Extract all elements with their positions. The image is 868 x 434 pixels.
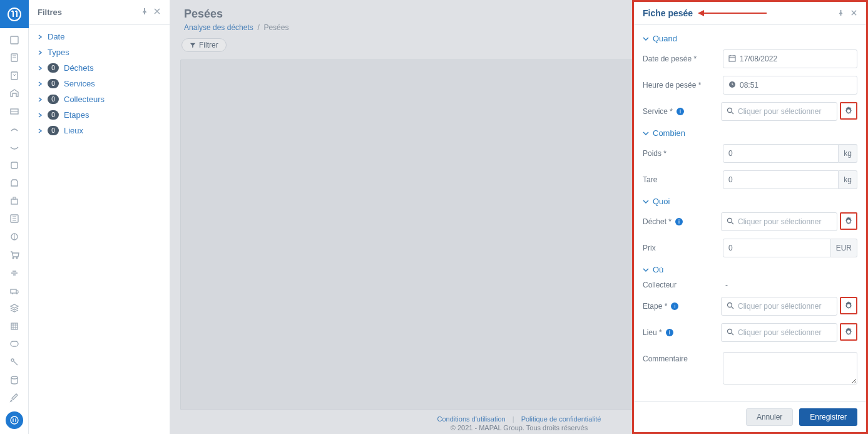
section-quand[interactable]: Quand	[643, 30, 857, 46]
poids-unit: kg	[839, 144, 857, 163]
info-icon[interactable]: i	[671, 302, 678, 310]
nav-item-19[interactable]	[0, 353, 29, 371]
svg-point-28	[11, 359, 14, 361]
heure-input[interactable]	[723, 76, 857, 95]
tare-input[interactable]	[723, 170, 839, 189]
poids-input[interactable]	[723, 144, 839, 163]
nav-item-16[interactable]	[0, 299, 29, 318]
section-quoi[interactable]: Quoi	[643, 193, 857, 209]
cancel-button[interactable]: Annuler	[746, 408, 793, 426]
collecteur-label: Collecteur	[643, 281, 723, 289]
nav-item-8[interactable]	[0, 156, 29, 174]
filter-item-lieux[interactable]: 0Lieux	[29, 123, 170, 138]
svg-point-17	[12, 257, 14, 259]
panel-close-icon[interactable]	[850, 9, 857, 18]
panel-pin-icon[interactable]	[837, 9, 844, 18]
prix-field[interactable]	[728, 244, 825, 252]
etape-field[interactable]	[738, 302, 832, 311]
nav-item-9[interactable]	[0, 174, 29, 192]
chevron-down-icon	[643, 36, 649, 42]
section-ou[interactable]: Où	[643, 261, 857, 277]
save-button[interactable]: Enregistrer	[799, 408, 857, 426]
side-panel-title: Fiche pesée	[643, 8, 693, 18]
nav-item-21[interactable]	[0, 389, 29, 407]
nav-item-6[interactable]	[0, 120, 29, 138]
lieu-label: Lieu * i	[643, 328, 721, 337]
side-panel-header: Fiche pesée	[634, 2, 866, 25]
comment-label: Commentaire	[643, 352, 723, 363]
svg-point-38	[728, 218, 732, 222]
comment-field[interactable]	[723, 352, 857, 385]
service-field[interactable]	[738, 107, 832, 116]
side-panel: Fiche pesée Quand Date de pesée *	[632, 0, 868, 434]
info-icon[interactable]: i	[666, 329, 673, 336]
dechet-gear-button[interactable]	[840, 212, 857, 230]
lieu-input[interactable]	[721, 323, 837, 342]
nav-item-15[interactable]	[0, 281, 29, 299]
svg-rect-1	[11, 36, 18, 44]
footer-privacy[interactable]: Politique de confidentialité	[521, 415, 601, 423]
svg-rect-27	[11, 341, 18, 346]
nav-item-20[interactable]	[0, 371, 29, 389]
close-icon[interactable]	[153, 8, 161, 17]
filter-item-collecteurs[interactable]: 0Collecteurs	[29, 91, 170, 107]
poids-field[interactable]	[728, 149, 833, 158]
svg-point-42	[728, 329, 732, 333]
heure-field[interactable]	[740, 81, 852, 90]
tare-unit: kg	[839, 170, 857, 189]
nav-item-11[interactable]	[0, 210, 29, 228]
lieu-field[interactable]	[738, 328, 832, 337]
service-gear-button[interactable]	[840, 102, 857, 120]
svg-rect-8	[11, 162, 18, 168]
nav-item-4[interactable]	[0, 85, 29, 103]
nav-item-7[interactable]	[0, 138, 29, 157]
nav-item-1[interactable]	[0, 31, 29, 49]
nav-item-13[interactable]	[0, 245, 29, 264]
nav-bottom-logo[interactable]	[6, 411, 23, 429]
nav-item-18[interactable]	[0, 335, 29, 353]
dechet-label: Déchet * i	[643, 217, 721, 226]
info-icon[interactable]: i	[677, 108, 684, 115]
etape-input[interactable]	[721, 297, 837, 316]
nav-item-17[interactable]	[0, 318, 29, 336]
nav-item-3[interactable]	[0, 66, 29, 85]
filter-item-etapes[interactable]: 0Etapes	[29, 107, 170, 123]
date-field[interactable]	[740, 54, 852, 63]
lieu-gear-button[interactable]	[840, 323, 857, 341]
svg-point-0	[8, 8, 21, 21]
filter-item-date[interactable]: Date	[29, 29, 170, 44]
search-icon	[727, 328, 734, 338]
filter-badge: 0	[48, 95, 59, 104]
nav-item-10[interactable]	[0, 192, 29, 210]
filter-button[interactable]: Filtrer	[181, 38, 227, 52]
dechet-field[interactable]	[738, 217, 832, 226]
chevron-down-icon	[643, 267, 649, 273]
svg-rect-22	[11, 323, 18, 329]
pin-icon[interactable]	[141, 8, 148, 17]
filter-item-types[interactable]: Types	[29, 44, 170, 60]
etape-gear-button[interactable]	[840, 297, 857, 314]
nav-item-5[interactable]	[0, 103, 29, 121]
nav-item-2[interactable]	[0, 49, 29, 67]
app-logo[interactable]	[0, 0, 29, 28]
date-input[interactable]	[723, 49, 857, 68]
svg-line-43	[732, 333, 733, 335]
footer-terms[interactable]: Conditions d'utilisation	[437, 415, 506, 423]
service-input[interactable]	[721, 102, 837, 121]
filters-header: Filtres	[29, 0, 170, 25]
date-label: Date de pesée *	[643, 54, 723, 63]
nav-item-12[interactable]	[0, 228, 29, 246]
filters-panel: Filtres DateTypes0Déchets0Services0Colle…	[29, 0, 170, 434]
svg-point-36	[728, 108, 732, 112]
service-label: Service * i	[643, 107, 721, 116]
filter-button-label: Filtrer	[199, 41, 218, 49]
tare-field[interactable]	[728, 175, 833, 184]
filter-item-déchets[interactable]: 0Déchets	[29, 60, 170, 76]
dechet-input[interactable]	[721, 212, 837, 231]
info-icon[interactable]: i	[675, 218, 683, 225]
section-combien[interactable]: Combien	[643, 125, 857, 140]
breadcrumb-root[interactable]: Analyse des déchets	[184, 23, 253, 32]
nav-item-14[interactable]	[0, 264, 29, 282]
prix-input[interactable]	[723, 239, 831, 257]
filter-item-services[interactable]: 0Services	[29, 76, 170, 91]
